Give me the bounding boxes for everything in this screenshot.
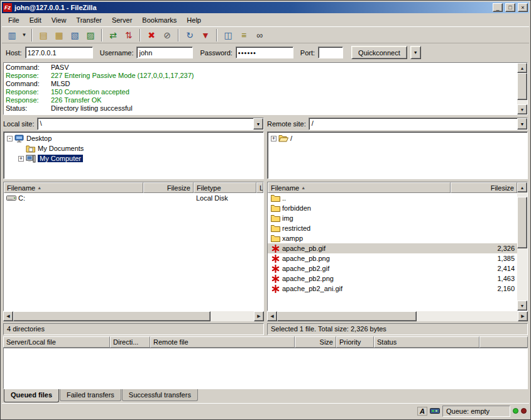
remote-horizontal-scrollbar[interactable]: ◀ ▶ bbox=[267, 311, 528, 321]
log-line: Command:MLSD bbox=[6, 80, 515, 88]
scrollbar-thumb[interactable] bbox=[13, 311, 211, 321]
directory-comparison-button[interactable]: ◫ bbox=[221, 28, 236, 42]
main-panes: Local site: \ ▼ -DesktopMy Documents+My … bbox=[2, 116, 529, 335]
file-name: apache_pb2.gif bbox=[282, 265, 329, 272]
file-name-cell: img bbox=[268, 214, 451, 223]
maximize-button[interactable]: □ bbox=[505, 3, 515, 12]
file-row[interactable]: restricted bbox=[268, 223, 517, 233]
menu-item-transfer[interactable]: Transfer bbox=[71, 14, 107, 26]
local-site-label: Local site: bbox=[3, 120, 35, 128]
menu-item-file[interactable]: File bbox=[3, 14, 25, 26]
close-button[interactable]: × bbox=[518, 3, 528, 12]
refresh-button[interactable]: ⇄ bbox=[106, 28, 121, 42]
file-row[interactable]: apache_pb.png1,385 bbox=[268, 253, 517, 263]
remote-directory-tree: +/ bbox=[267, 131, 528, 179]
remote-vertical-scrollbar[interactable]: ▲ ▼ bbox=[517, 182, 527, 311]
scroll-left-button[interactable]: ◀ bbox=[267, 311, 277, 321]
port-input[interactable] bbox=[318, 47, 343, 58]
file-row[interactable]: forbidden bbox=[268, 203, 517, 213]
scroll-left-button[interactable]: ◀ bbox=[3, 311, 13, 321]
scroll-right-button[interactable]: ▶ bbox=[254, 311, 264, 321]
username-input[interactable] bbox=[136, 47, 193, 58]
tree-expander-icon[interactable]: - bbox=[7, 136, 13, 141]
cancel-operation-button[interactable]: ✖ bbox=[144, 28, 159, 42]
scrollbar-thumb[interactable] bbox=[517, 197, 527, 249]
column-header-size[interactable]: Size bbox=[295, 336, 336, 348]
tree-item[interactable]: +My Computer bbox=[4, 153, 263, 163]
reconnect-button[interactable]: ↻ bbox=[182, 28, 197, 42]
menu-item-edit[interactable]: Edit bbox=[25, 14, 47, 26]
titlebar[interactable]: Fz john@127.0.0.1 - FileZilla _ □ × bbox=[2, 2, 529, 13]
file-row[interactable]: img bbox=[268, 213, 517, 223]
file-row[interactable]: apache_pb.gif2,326 bbox=[268, 243, 517, 253]
tab-failed-transfers[interactable]: Failed transfers bbox=[60, 389, 121, 401]
column-header-filename[interactable]: Filename▲ bbox=[4, 182, 143, 193]
site-manager-button[interactable]: ▥ bbox=[4, 28, 19, 42]
remote-list-header: Filename▲Filesize bbox=[268, 182, 517, 193]
scrollbar-track[interactable] bbox=[13, 311, 254, 321]
host-input[interactable] bbox=[25, 47, 93, 58]
scrollbar-track[interactable] bbox=[517, 192, 527, 301]
toggle-message-log-button[interactable]: ▤ bbox=[36, 28, 51, 42]
tree-expander-icon[interactable]: + bbox=[271, 136, 276, 141]
quickconnect-dropdown-button[interactable]: ▼ bbox=[410, 46, 421, 59]
column-header-filesize[interactable]: Filesize bbox=[451, 182, 517, 193]
menu-item-help[interactable]: Help bbox=[182, 14, 206, 26]
column-header-priority[interactable]: Priority bbox=[336, 336, 374, 348]
column-header-l[interactable]: L bbox=[256, 182, 263, 193]
scroll-up-button[interactable]: ▲ bbox=[517, 182, 527, 192]
disconnect-button[interactable]: ⊘ bbox=[160, 28, 175, 42]
column-header-directi[interactable]: Directi... bbox=[110, 336, 150, 348]
column-header-label: Filesize bbox=[491, 184, 514, 192]
column-header-remote-file[interactable]: Remote file bbox=[150, 336, 295, 348]
find-files-button[interactable]: ∞ bbox=[252, 28, 267, 42]
toggle-transfer-queue-button[interactable]: ▨ bbox=[83, 28, 98, 42]
local-site-combobox[interactable]: \ ▼ bbox=[37, 118, 264, 130]
scroll-down-button[interactable]: ▼ bbox=[517, 301, 527, 311]
remote-site-combobox[interactable]: / ▼ bbox=[309, 118, 528, 130]
file-row[interactable]: .. bbox=[268, 193, 517, 203]
local-horizontal-scrollbar[interactable]: ◀ ▶ bbox=[3, 311, 264, 321]
minimize-button[interactable]: _ bbox=[493, 3, 503, 12]
scrollbar-thumb[interactable] bbox=[277, 311, 417, 321]
column-header-filetype[interactable]: Filetype bbox=[194, 182, 256, 193]
file-row[interactable]: apache_pb2.png1,463 bbox=[268, 274, 517, 284]
log-line-text: 227 Entering Passive Mode (127,0,0,1,17,… bbox=[51, 72, 194, 79]
menu-item-bookmarks[interactable]: Bookmarks bbox=[137, 14, 182, 26]
process-queue-button[interactable]: ⇅ bbox=[121, 28, 136, 42]
scroll-right-button[interactable]: ▶ bbox=[518, 311, 528, 321]
menu-item-server[interactable]: Server bbox=[107, 14, 137, 26]
synchronized-browsing-button[interactable]: ≡ bbox=[236, 28, 251, 42]
tree-item[interactable]: My Documents bbox=[4, 143, 263, 153]
scrollbar-track[interactable] bbox=[517, 73, 527, 104]
column-header-server-local-file[interactable]: Server/Local file bbox=[3, 336, 110, 348]
quickconnect-button[interactable]: Quickconnect bbox=[351, 46, 407, 59]
toggle-remote-tree-button[interactable]: ▧ bbox=[67, 28, 82, 42]
column-header-filesize[interactable]: Filesize bbox=[143, 182, 194, 193]
toggle-local-tree-button[interactable]: ▦ bbox=[52, 28, 67, 42]
tree-item[interactable]: +/ bbox=[268, 133, 527, 143]
combo-dropdown-icon[interactable]: ▼ bbox=[517, 118, 527, 130]
combo-dropdown-icon[interactable]: ▼ bbox=[253, 118, 263, 130]
tree-expander-icon[interactable]: + bbox=[18, 156, 24, 162]
folder-icon bbox=[270, 224, 280, 233]
column-header-filename[interactable]: Filename▲ bbox=[268, 182, 451, 193]
column-header-status[interactable]: Status bbox=[374, 336, 479, 348]
tree-item[interactable]: -Desktop bbox=[4, 133, 263, 143]
password-input[interactable] bbox=[236, 47, 293, 58]
tab-successful-transfers[interactable]: Successful transfers bbox=[122, 389, 198, 401]
site-manager-button-dropdown[interactable]: ▼ bbox=[20, 28, 28, 42]
file-row[interactable]: C:Local Disk bbox=[4, 193, 263, 203]
scrollbar-track[interactable] bbox=[277, 311, 518, 321]
tab-queued-files[interactable]: Queued files bbox=[4, 389, 59, 402]
filter-button[interactable]: ▼ bbox=[198, 28, 213, 42]
scroll-down-button[interactable]: ▼ bbox=[517, 104, 527, 114]
file-row[interactable]: apache_pb2.gif2,414 bbox=[268, 263, 517, 274]
remote-file-list-container: Filename▲Filesize ..forbiddenimgrestrict… bbox=[267, 182, 528, 311]
file-row[interactable]: apache_pb2_ani.gif2,160 bbox=[268, 284, 517, 294]
menu-item-view[interactable]: View bbox=[47, 14, 72, 26]
scroll-up-button[interactable]: ▲ bbox=[517, 63, 527, 73]
scrollbar-thumb[interactable] bbox=[517, 73, 527, 100]
log-scrollbar[interactable]: ▲ ▼ bbox=[517, 63, 527, 114]
file-row[interactable]: xampp bbox=[268, 233, 517, 243]
